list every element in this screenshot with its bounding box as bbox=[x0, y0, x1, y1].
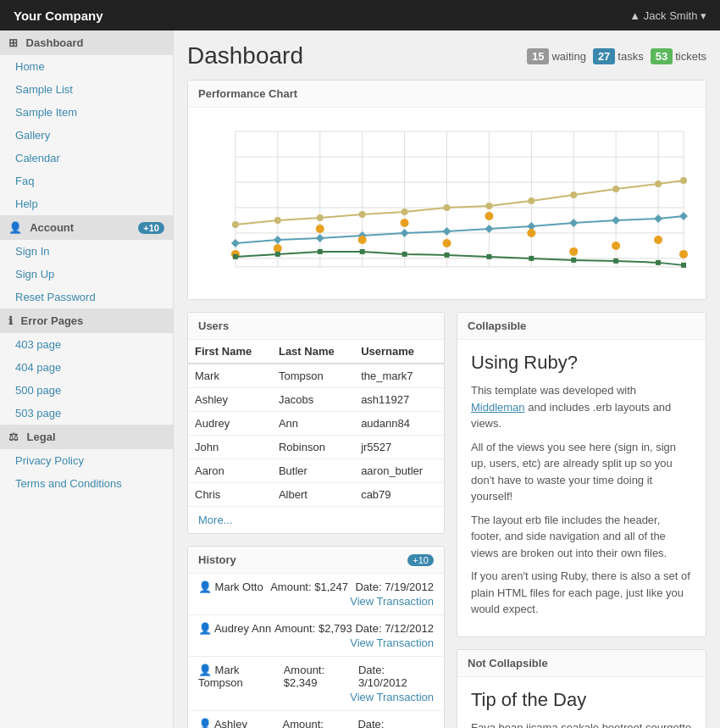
history-name: 👤 Ashley Jacobs bbox=[198, 718, 282, 728]
brand-company: Company bbox=[45, 8, 102, 23]
svg-point-26 bbox=[528, 197, 534, 204]
sidebar-item-calendar[interactable]: Calendar bbox=[0, 147, 173, 169]
history-amount: Amount: $1,247 bbox=[270, 581, 348, 593]
view-transaction-link[interactable]: View Transaction bbox=[198, 691, 434, 703]
sidebar-item-sample-item[interactable]: Sample Item bbox=[0, 101, 173, 124]
history-name: 👤 Mark Tompson bbox=[198, 664, 284, 689]
history-amount: Amount: $2,349 bbox=[284, 664, 358, 689]
history-item: 👤 Mark Otto Amount: $1,247 Date: 7/19/20… bbox=[188, 574, 444, 615]
history-card: History +10 👤 Mark Otto Amount: $1,247 D… bbox=[187, 546, 445, 728]
sidebar-nav-dashboard: Home Sample List Sample Item Gallery Cal… bbox=[0, 55, 173, 215]
waiting-badge: 15 waiting bbox=[527, 48, 586, 64]
svg-point-46 bbox=[358, 236, 367, 244]
svg-point-28 bbox=[612, 186, 619, 192]
sidebar-item-terms[interactable]: Terms and Conditions bbox=[0, 472, 173, 495]
collapsible-para-3: The layout erb file includes the header,… bbox=[471, 512, 692, 562]
sidebar-item-503[interactable]: 503 page bbox=[0, 402, 173, 425]
sidebar: ⊞ Dashboard Home Sample List Sample Item… bbox=[0, 31, 174, 728]
svg-rect-66 bbox=[681, 263, 686, 268]
svg-point-51 bbox=[569, 247, 578, 256]
collapsible-para-1: This template was developed with Middlem… bbox=[471, 382, 692, 432]
tip-section-title: Not Collapsible bbox=[468, 657, 548, 670]
sidebar-item-help[interactable]: Help bbox=[0, 192, 173, 215]
history-date: Date: 1/19/2012 bbox=[357, 718, 434, 728]
tickets-badge: 53 tickets bbox=[651, 48, 706, 64]
brand-your: Your bbox=[14, 8, 42, 23]
history-title: History bbox=[198, 553, 236, 566]
svg-point-48 bbox=[443, 239, 451, 247]
chart-header: Performance Chart bbox=[188, 81, 706, 108]
tip-text: Fava bean jicama seakale beetroot courge… bbox=[471, 720, 692, 729]
sidebar-item-home[interactable]: Home bbox=[0, 55, 173, 78]
two-column-section: Users First Name Last Name Username bbox=[187, 312, 706, 728]
history-name: 👤 Mark Otto bbox=[198, 581, 263, 593]
collapsible-para-2: All of the views you see here (sign in, … bbox=[471, 439, 692, 505]
history-date: Date: 3/10/2012 bbox=[358, 664, 434, 689]
tasks-label: tasks bbox=[618, 50, 643, 63]
svg-point-47 bbox=[401, 219, 409, 227]
users-more-link[interactable]: More... bbox=[188, 507, 444, 533]
cell-username: audann84 bbox=[354, 412, 444, 436]
collapsible-title: Collapsible bbox=[468, 320, 526, 332]
svg-marker-31 bbox=[231, 239, 240, 247]
sidebar-item-403[interactable]: 403 page bbox=[0, 333, 173, 356]
middleman-link[interactable]: Middleman bbox=[471, 401, 525, 414]
sidebar-item-sign-up[interactable]: Sign Up bbox=[0, 263, 173, 286]
performance-chart-card: Performance Chart bbox=[187, 80, 706, 300]
svg-point-21 bbox=[317, 214, 324, 221]
history-item: 👤 Ashley Jacobs Amount: $1,192 Date: 1/1… bbox=[188, 711, 444, 728]
cell-username: jr5527 bbox=[354, 436, 444, 459]
brand-logo: Your Company bbox=[14, 8, 103, 23]
collapsible-para-4: If you aren't using Ruby, there is also … bbox=[471, 568, 692, 618]
users-table: First Name Last Name Username Mark Tomps… bbox=[188, 340, 444, 507]
sidebar-item-faq[interactable]: Faq bbox=[0, 169, 173, 192]
user-menu[interactable]: ▲ Jack Smith ▾ bbox=[629, 9, 706, 22]
view-transaction-link[interactable]: View Transaction bbox=[198, 595, 434, 608]
waiting-label: waiting bbox=[551, 50, 585, 63]
svg-point-30 bbox=[680, 177, 687, 184]
sidebar-item-500[interactable]: 500 page bbox=[0, 379, 173, 402]
sidebar-item-gallery[interactable]: Gallery bbox=[0, 124, 173, 147]
svg-point-54 bbox=[679, 250, 688, 258]
svg-marker-32 bbox=[274, 236, 282, 244]
cell-firstname: Audrey bbox=[188, 412, 272, 436]
history-amount: Amount: $2,793 bbox=[274, 622, 352, 635]
cell-firstname: Chris bbox=[188, 483, 272, 507]
right-column: Collapsible Using Ruby? This template wa… bbox=[457, 312, 706, 728]
svg-rect-62 bbox=[529, 256, 534, 261]
svg-rect-58 bbox=[360, 249, 365, 254]
table-row: John Robinson jr5527 bbox=[188, 436, 444, 459]
svg-marker-37 bbox=[485, 225, 493, 233]
cell-lastname: Tompson bbox=[272, 364, 354, 388]
svg-marker-40 bbox=[612, 216, 620, 225]
sidebar-nav-legal: Privacy Policy Terms and Conditions bbox=[0, 449, 173, 495]
history-row-top: 👤 Ashley Jacobs Amount: $1,192 Date: 1/1… bbox=[198, 718, 434, 728]
cell-lastname: Ann bbox=[272, 412, 354, 436]
table-row: Audrey Ann audann84 bbox=[188, 412, 444, 436]
svg-point-22 bbox=[359, 211, 366, 218]
cell-lastname: Jacobs bbox=[272, 388, 354, 412]
svg-point-44 bbox=[274, 244, 282, 253]
tickets-count: 53 bbox=[651, 48, 673, 64]
sidebar-item-reset-password[interactable]: Reset Password bbox=[0, 286, 173, 308]
svg-rect-55 bbox=[233, 254, 238, 259]
users-card-header: Users bbox=[188, 313, 444, 340]
tip-body: Tip of the Day Fava bean jicama seakale … bbox=[457, 677, 706, 729]
history-list: 👤 Mark Otto Amount: $1,247 Date: 7/19/20… bbox=[188, 574, 444, 728]
tip-header: Not Collapsible bbox=[457, 650, 706, 677]
collapsible-body: Using Ruby? This template was developed … bbox=[457, 340, 706, 636]
collapsible-heading: Using Ruby? bbox=[471, 352, 692, 374]
view-transaction-link[interactable]: View Transaction bbox=[198, 636, 434, 649]
svg-point-23 bbox=[402, 208, 408, 215]
svg-marker-42 bbox=[679, 212, 688, 220]
sidebar-item-404[interactable]: 404 page bbox=[0, 356, 173, 379]
svg-point-29 bbox=[655, 181, 662, 187]
svg-point-27 bbox=[570, 192, 577, 198]
svg-point-19 bbox=[232, 221, 239, 228]
sidebar-item-privacy[interactable]: Privacy Policy bbox=[0, 449, 173, 472]
cell-firstname: John bbox=[188, 436, 272, 459]
history-date: Date: 7/12/2012 bbox=[355, 622, 434, 635]
table-row: Mark Tompson the_mark7 bbox=[188, 364, 444, 388]
sidebar-item-sample-list[interactable]: Sample List bbox=[0, 78, 173, 101]
sidebar-item-sign-in[interactable]: Sign In bbox=[0, 240, 173, 263]
